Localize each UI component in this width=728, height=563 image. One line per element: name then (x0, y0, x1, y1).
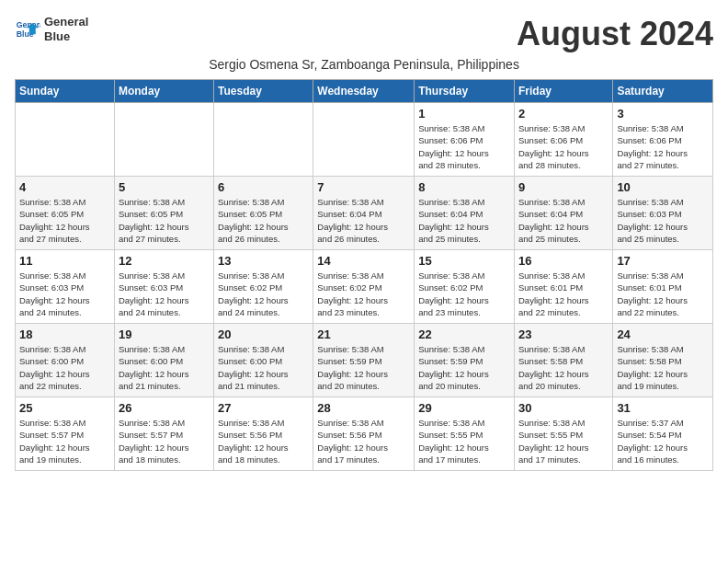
calendar-week-5: 25Sunrise: 5:38 AM Sunset: 5:57 PM Dayli… (16, 397, 713, 471)
day-number: 15 (418, 254, 510, 268)
day-header-friday: Friday (514, 80, 612, 103)
day-number: 21 (317, 327, 410, 341)
calendar-cell: 25Sunrise: 5:38 AM Sunset: 5:57 PM Dayli… (16, 397, 115, 471)
calendar-cell: 11Sunrise: 5:38 AM Sunset: 6:03 PM Dayli… (16, 250, 115, 324)
calendar-week-4: 18Sunrise: 5:38 AM Sunset: 6:00 PM Dayli… (16, 324, 713, 397)
day-info: Sunrise: 5:38 AM Sunset: 6:03 PM Dayligh… (617, 196, 709, 245)
day-number: 31 (617, 401, 709, 415)
day-info: Sunrise: 5:38 AM Sunset: 5:55 PM Dayligh… (518, 417, 609, 465)
day-info: Sunrise: 5:37 AM Sunset: 5:54 PM Dayligh… (617, 417, 709, 465)
day-number: 2 (518, 107, 609, 121)
day-number: 19 (119, 327, 210, 341)
day-info: Sunrise: 5:38 AM Sunset: 6:01 PM Dayligh… (617, 270, 709, 318)
day-info: Sunrise: 5:38 AM Sunset: 6:00 PM Dayligh… (119, 343, 210, 392)
calendar-cell: 27Sunrise: 5:38 AM Sunset: 5:56 PM Dayli… (214, 397, 313, 471)
calendar-cell (16, 103, 115, 177)
calendar-cell: 24Sunrise: 5:38 AM Sunset: 5:58 PM Dayli… (613, 324, 713, 397)
day-number: 26 (119, 401, 210, 415)
day-number: 17 (617, 254, 709, 268)
calendar-cell: 31Sunrise: 5:37 AM Sunset: 5:54 PM Dayli… (613, 397, 713, 471)
day-info: Sunrise: 5:38 AM Sunset: 6:02 PM Dayligh… (317, 270, 410, 318)
day-header-tuesday: Tuesday (214, 80, 313, 103)
calendar-cell: 12Sunrise: 5:38 AM Sunset: 6:03 PM Dayli… (114, 250, 213, 324)
day-number: 1 (418, 107, 510, 121)
subtitle: Sergio Osmena Sr, Zamboanga Peninsula, P… (15, 57, 713, 72)
calendar-body: 1Sunrise: 5:38 AM Sunset: 6:06 PM Daylig… (16, 103, 713, 471)
day-number: 30 (518, 401, 609, 415)
calendar-cell (114, 103, 213, 177)
day-info: Sunrise: 5:38 AM Sunset: 6:00 PM Dayligh… (19, 343, 110, 392)
calendar-cell: 13Sunrise: 5:38 AM Sunset: 6:02 PM Dayli… (214, 250, 313, 324)
day-info: Sunrise: 5:38 AM Sunset: 6:04 PM Dayligh… (518, 196, 609, 245)
day-number: 14 (317, 254, 410, 268)
day-number: 4 (19, 180, 110, 194)
calendar-cell: 16Sunrise: 5:38 AM Sunset: 6:01 PM Dayli… (514, 250, 612, 324)
day-info: Sunrise: 5:38 AM Sunset: 5:58 PM Dayligh… (518, 343, 609, 392)
calendar-cell: 6Sunrise: 5:38 AM Sunset: 6:05 PM Daylig… (214, 177, 313, 250)
day-number: 27 (218, 401, 309, 415)
calendar-cell: 18Sunrise: 5:38 AM Sunset: 6:00 PM Dayli… (16, 324, 115, 397)
calendar-cell: 2Sunrise: 5:38 AM Sunset: 6:06 PM Daylig… (514, 103, 612, 177)
calendar-cell: 3Sunrise: 5:38 AM Sunset: 6:06 PM Daylig… (613, 103, 713, 177)
day-number: 5 (119, 180, 210, 194)
day-number: 6 (218, 180, 309, 194)
day-info: Sunrise: 5:38 AM Sunset: 6:03 PM Dayligh… (119, 270, 210, 318)
calendar-cell: 15Sunrise: 5:38 AM Sunset: 6:02 PM Dayli… (415, 250, 515, 324)
day-info: Sunrise: 5:38 AM Sunset: 5:59 PM Dayligh… (418, 343, 510, 392)
day-info: Sunrise: 5:38 AM Sunset: 6:01 PM Dayligh… (518, 270, 609, 318)
day-info: Sunrise: 5:38 AM Sunset: 6:05 PM Dayligh… (218, 196, 309, 245)
day-info: Sunrise: 5:38 AM Sunset: 5:57 PM Dayligh… (119, 417, 210, 465)
day-number: 7 (317, 180, 410, 194)
calendar-cell: 28Sunrise: 5:38 AM Sunset: 5:56 PM Dayli… (313, 397, 415, 471)
day-header-sunday: Sunday (16, 80, 115, 103)
day-number: 29 (418, 401, 510, 415)
calendar-cell (214, 103, 313, 177)
calendar-cell: 9Sunrise: 5:38 AM Sunset: 6:04 PM Daylig… (514, 177, 612, 250)
day-info: Sunrise: 5:38 AM Sunset: 6:06 PM Dayligh… (617, 122, 709, 171)
day-header-wednesday: Wednesday (313, 80, 415, 103)
day-info: Sunrise: 5:38 AM Sunset: 6:05 PM Dayligh… (119, 196, 210, 245)
calendar-cell: 17Sunrise: 5:38 AM Sunset: 6:01 PM Dayli… (613, 250, 713, 324)
day-number: 9 (518, 180, 609, 194)
day-number: 23 (518, 327, 609, 341)
calendar-cell: 5Sunrise: 5:38 AM Sunset: 6:05 PM Daylig… (114, 177, 213, 250)
day-info: Sunrise: 5:38 AM Sunset: 5:57 PM Dayligh… (19, 417, 110, 465)
day-info: Sunrise: 5:38 AM Sunset: 6:04 PM Dayligh… (317, 196, 410, 245)
calendar-week-2: 4Sunrise: 5:38 AM Sunset: 6:05 PM Daylig… (16, 177, 713, 250)
day-number: 3 (617, 107, 709, 121)
logo-icon: General Blue (15, 17, 40, 42)
day-number: 11 (19, 254, 110, 268)
day-header-saturday: Saturday (613, 80, 713, 103)
logo: General Blue General Blue (15, 15, 88, 43)
calendar-week-3: 11Sunrise: 5:38 AM Sunset: 6:03 PM Dayli… (16, 250, 713, 324)
page-header: General Blue General Blue August 2024 (15, 15, 713, 53)
day-number: 24 (617, 327, 709, 341)
month-title: August 2024 (517, 15, 713, 53)
day-header-thursday: Thursday (415, 80, 515, 103)
day-number: 28 (317, 401, 410, 415)
calendar-cell: 1Sunrise: 5:38 AM Sunset: 6:06 PM Daylig… (415, 103, 515, 177)
day-header-monday: Monday (114, 80, 213, 103)
calendar-cell: 21Sunrise: 5:38 AM Sunset: 5:59 PM Dayli… (313, 324, 415, 397)
logo-line1: General (44, 15, 88, 29)
calendar-cell: 29Sunrise: 5:38 AM Sunset: 5:55 PM Dayli… (415, 397, 515, 471)
calendar-cell: 30Sunrise: 5:38 AM Sunset: 5:55 PM Dayli… (514, 397, 612, 471)
calendar-cell: 4Sunrise: 5:38 AM Sunset: 6:05 PM Daylig… (16, 177, 115, 250)
day-info: Sunrise: 5:38 AM Sunset: 5:59 PM Dayligh… (317, 343, 410, 392)
day-number: 18 (19, 327, 110, 341)
calendar-cell: 10Sunrise: 5:38 AM Sunset: 6:03 PM Dayli… (613, 177, 713, 250)
day-number: 25 (19, 401, 110, 415)
calendar-cell: 22Sunrise: 5:38 AM Sunset: 5:59 PM Dayli… (415, 324, 515, 397)
calendar-cell: 19Sunrise: 5:38 AM Sunset: 6:00 PM Dayli… (114, 324, 213, 397)
calendar-cell: 26Sunrise: 5:38 AM Sunset: 5:57 PM Dayli… (114, 397, 213, 471)
calendar-cell (313, 103, 415, 177)
calendar-cell: 7Sunrise: 5:38 AM Sunset: 6:04 PM Daylig… (313, 177, 415, 250)
calendar-header-row: SundayMondayTuesdayWednesdayThursdayFrid… (16, 80, 713, 103)
svg-text:General: General (17, 20, 40, 29)
day-number: 22 (418, 327, 510, 341)
day-info: Sunrise: 5:38 AM Sunset: 6:00 PM Dayligh… (218, 343, 309, 392)
day-info: Sunrise: 5:38 AM Sunset: 6:02 PM Dayligh… (218, 270, 309, 318)
calendar-week-1: 1Sunrise: 5:38 AM Sunset: 6:06 PM Daylig… (16, 103, 713, 177)
logo-line2: Blue (44, 29, 88, 44)
day-info: Sunrise: 5:38 AM Sunset: 6:04 PM Dayligh… (418, 196, 510, 245)
